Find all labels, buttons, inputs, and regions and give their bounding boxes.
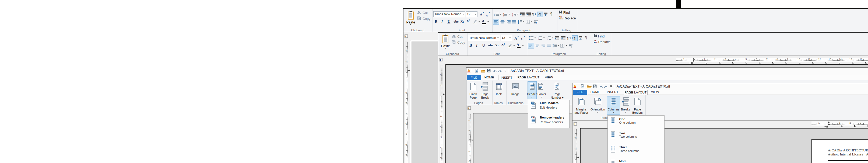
svg-text:2: 2 — [714, 58, 716, 61]
svg-text:6: 6 — [756, 58, 757, 61]
svg-text:2: 2 — [405, 92, 407, 93]
svg-text:5: 5 — [439, 146, 442, 148]
svg-text:1: 1 — [839, 121, 840, 124]
svg-text:11: 11 — [808, 58, 810, 61]
svg-text:1: 1 — [704, 58, 705, 61]
svg-text:7: 7 — [766, 58, 768, 61]
svg-text:2: 2 — [849, 121, 851, 124]
svg-text:A: A — [479, 12, 483, 16]
svg-text:2: 2 — [574, 137, 577, 138]
svg-text:14: 14 — [839, 58, 842, 61]
svg-text:A: A — [521, 37, 523, 40]
svg-text:3: 3 — [547, 38, 548, 40]
svg-text:C: C — [596, 42, 597, 44]
svg-text:1: 1 — [468, 130, 470, 131]
svg-text:1: 1 — [439, 84, 442, 86]
svg-text:3: 3 — [439, 126, 442, 127]
svg-text:3: 3 — [503, 15, 504, 16]
svg-text:4: 4 — [735, 58, 736, 61]
svg-text:#: # — [557, 87, 558, 90]
svg-text:3: 3 — [512, 15, 513, 16]
svg-text:¶: ¶ — [574, 36, 576, 40]
svg-text:5: 5 — [405, 123, 407, 124]
svg-text:1: 1 — [683, 58, 684, 61]
svg-text:4: 4 — [439, 136, 442, 138]
svg-text:1: 1 — [405, 61, 407, 62]
svg-text:9: 9 — [787, 58, 788, 61]
svg-text:3: 3 — [538, 38, 538, 40]
svg-text:8: 8 — [776, 58, 778, 61]
svg-text:¶: ¶ — [570, 45, 572, 48]
svg-text:16: 16 — [860, 58, 862, 61]
svg-text:1: 1 — [818, 121, 819, 124]
svg-text:1: 1 — [574, 147, 577, 149]
svg-text:3: 3 — [405, 102, 407, 104]
svg-text:A: A — [486, 14, 488, 17]
svg-text:A: A — [514, 36, 517, 40]
svg-text:¶: ¶ — [567, 36, 568, 40]
svg-text:3: 3 — [860, 121, 861, 124]
svg-text:2: 2 — [405, 50, 407, 51]
svg-text:2: 2 — [439, 115, 442, 117]
svg-text:6: 6 — [439, 157, 442, 158]
svg-text:13: 13 — [829, 58, 831, 61]
svg-text:B: B — [560, 16, 562, 18]
svg-text:15: 15 — [849, 58, 852, 61]
svg-text:7: 7 — [405, 144, 407, 145]
svg-text:1: 1 — [405, 81, 407, 83]
svg-text:8: 8 — [405, 154, 407, 156]
svg-text:12: 12 — [818, 58, 821, 61]
svg-text:1: 1 — [439, 105, 442, 106]
svg-text:5: 5 — [746, 58, 747, 61]
svg-text:2: 2 — [439, 74, 442, 75]
svg-text:2: 2 — [468, 161, 470, 162]
svg-text:1: 1 — [468, 151, 470, 152]
svg-text:¶: ¶ — [532, 13, 534, 17]
svg-text:¶: ¶ — [539, 13, 541, 17]
svg-text:C: C — [561, 18, 563, 20]
svg-text:4: 4 — [405, 113, 407, 114]
svg-text:B: B — [595, 39, 596, 42]
svg-text:10: 10 — [798, 58, 800, 61]
svg-text:3: 3 — [724, 58, 726, 61]
svg-text:2: 2 — [468, 119, 470, 121]
svg-text:6: 6 — [405, 133, 407, 135]
svg-text:¶: ¶ — [536, 22, 537, 24]
